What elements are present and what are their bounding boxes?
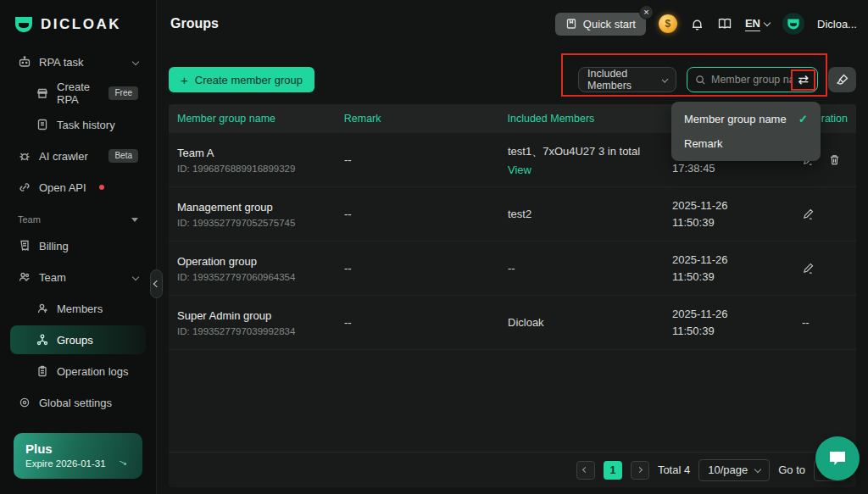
next-page-button[interactable]	[631, 461, 649, 480]
coin-icon[interactable]: $	[659, 14, 677, 33]
chevron-down-icon	[132, 58, 139, 65]
plan-card[interactable]: Plus Expire 2026-01-31 →	[14, 433, 142, 479]
dicloak-mask-icon	[14, 15, 34, 34]
guide-book-icon	[565, 18, 577, 30]
total-count: Total 4	[658, 463, 690, 476]
sidebar-item-members[interactable]: Members	[10, 294, 146, 323]
sidebar-item-label: Team	[39, 271, 66, 284]
search-icon	[695, 75, 706, 86]
page-title: Groups	[170, 16, 219, 31]
main-header: Groups Quick start × $	[157, 0, 868, 47]
header-actions: Quick start × $ EN	[555, 13, 854, 36]
section-text: Team	[18, 214, 41, 225]
settings-gear-icon	[18, 396, 31, 409]
caret-down-icon	[131, 218, 138, 222]
chevron-left-icon	[153, 280, 159, 287]
close-icon[interactable]: ×	[639, 5, 654, 19]
sidebar-item-global-settings[interactable]: Global settings	[10, 388, 146, 417]
delete-trash-icon[interactable]	[828, 153, 841, 166]
creation-time: 17:38:45	[672, 162, 785, 175]
sidebar-nav: RPA task Create RPA Free Task h	[0, 47, 156, 433]
included-members-select[interactable]: Included Members	[578, 67, 676, 92]
dropdown-item-label: Member group name	[684, 113, 787, 125]
plan-name: Plus	[25, 441, 131, 456]
create-member-group-button[interactable]: + Create member group	[169, 67, 314, 92]
sidebar-item-label: Members	[57, 303, 103, 315]
sidebar-item-create-rpa[interactable]: Create RPA Free	[10, 79, 146, 108]
sidebar-item-label: Global settings	[39, 397, 112, 409]
toolbar: + Create member group Included Members	[169, 67, 856, 92]
edit-pencil-icon[interactable]	[802, 208, 815, 220]
sidebar-item-label: Groups	[57, 334, 93, 347]
avatar[interactable]	[782, 13, 804, 35]
clear-filter-brush-button[interactable]	[828, 67, 856, 92]
sidebar-item-ai-crawler[interactable]: AI crawler Beta	[10, 142, 146, 170]
view-link[interactable]: View	[508, 164, 531, 176]
sidebar-item-billing[interactable]: Billing	[10, 231, 146, 260]
team-people-icon	[18, 270, 31, 284]
sidebar-item-label: Operation logs	[57, 365, 129, 378]
remark-cell: --	[336, 208, 499, 220]
docs-book-icon[interactable]	[717, 17, 732, 31]
operation-cell: --	[793, 316, 856, 329]
members-cell: Dicloak	[499, 316, 664, 329]
select-value: Included Members	[587, 68, 663, 92]
group-id: ID: 1996876889916899329	[177, 164, 327, 174]
link-icon	[18, 180, 31, 194]
notification-dot	[99, 185, 104, 190]
goto-label: Go to	[778, 463, 805, 476]
brand-logo[interactable]: DICLOAK	[0, 12, 156, 47]
sidebar-item-team[interactable]: Team	[10, 263, 146, 291]
table-empty-space	[169, 350, 856, 452]
table-row: Operation group ID: 1993527797060964354 …	[169, 241, 856, 296]
creation-date: 2025-11-26	[672, 253, 785, 266]
dropdown-item-label: Remark	[684, 137, 723, 150]
col-included-members: Included Members	[499, 113, 664, 125]
swap-field-icon[interactable]: ⇄	[792, 70, 815, 90]
sidebar-collapse-handle[interactable]	[150, 269, 163, 298]
table-row: Management group ID: 1993527797052575745…	[169, 187, 856, 241]
prev-page-button[interactable]	[576, 461, 595, 480]
page-size-select[interactable]: 10/page	[698, 459, 770, 481]
chevron-left-icon	[582, 467, 588, 473]
sidebar-item-label: Task history	[57, 119, 115, 131]
sidebar-item-task-history[interactable]: Task history	[10, 110, 146, 139]
page-size-value: 10/page	[708, 463, 748, 476]
remark-cell: --	[336, 316, 499, 329]
chat-bubble-button[interactable]	[815, 436, 860, 480]
clipboard-icon	[36, 364, 49, 378]
swap-glyph: ⇄	[798, 72, 809, 87]
sidebar-item-open-api[interactable]: Open API	[10, 173, 146, 202]
members-cell: --	[499, 262, 664, 275]
group-id: ID: 1993527797052575745	[177, 218, 327, 228]
col-remark: Remark	[336, 113, 499, 125]
sidebar-item-operation-logs[interactable]: Operation logs	[10, 357, 146, 386]
page-number[interactable]: 1	[604, 461, 622, 480]
dropdown-item-remark[interactable]: Remark	[671, 131, 821, 156]
sidebar-item-groups[interactable]: Groups	[10, 325, 146, 354]
bell-icon[interactable]	[690, 17, 704, 31]
quick-start-button[interactable]: Quick start ×	[555, 13, 646, 36]
app-root: DICLOAK RPA task Create	[0, 0, 868, 494]
language-value: EN	[745, 17, 760, 31]
search-input[interactable]	[711, 74, 792, 86]
col-member-group-name: Member group name	[169, 113, 336, 125]
chevron-down-icon	[764, 19, 771, 26]
table-row: Super Admin group ID: 199352779703999283…	[169, 296, 856, 350]
sidebar-item-rpa-task[interactable]: RPA task	[10, 47, 146, 76]
search-field-dropdown: Member group name ✓ Remark	[671, 102, 821, 161]
chevron-down-icon	[132, 274, 139, 280]
dropdown-item-member-group-name[interactable]: Member group name ✓	[671, 107, 821, 131]
sidebar-item-label: AI crawler	[39, 150, 88, 163]
account-name[interactable]: Dicloa...	[817, 18, 854, 31]
language-selector[interactable]: EN	[745, 17, 770, 31]
groups-table: Member group name Remark Included Member…	[169, 104, 856, 487]
brand-name: DICLOAK	[41, 16, 121, 33]
group-name: Operation group	[177, 255, 327, 268]
team-section-label[interactable]: Team	[10, 204, 146, 231]
sidebar-item-label: RPA task	[39, 56, 84, 69]
creation-time: 11:50:39	[672, 325, 785, 337]
edit-pencil-icon[interactable]	[802, 262, 815, 275]
crawler-bug-icon	[18, 149, 31, 163]
chevron-down-icon	[754, 465, 761, 472]
